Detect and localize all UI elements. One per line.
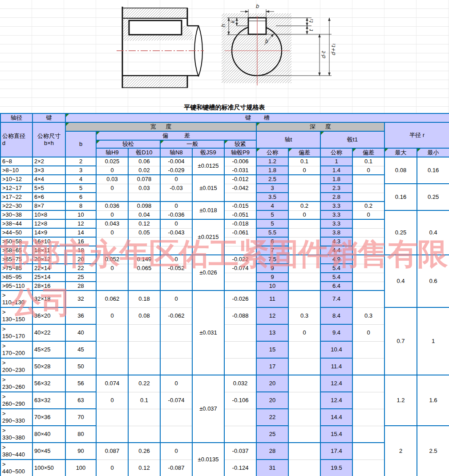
cell-bxh: 40×22 — [32, 324, 65, 341]
table-row: >440~500100×5010000.12-0.087-0.1243119.5 — [0, 460, 449, 476]
cell-t-nominal: 6 — [256, 237, 288, 246]
cell-shaft-h9: 0 — [96, 166, 128, 175]
cell-hub-d10: 0.03 — [128, 184, 160, 193]
cell-t-nominal: 20 — [256, 392, 288, 409]
cell-shaft-n8 — [160, 237, 192, 246]
cell-t-deviation — [288, 426, 320, 443]
cell-shaft-hub-p9 — [224, 273, 256, 282]
table-row: >38~4412×8120.0430.120±0.0215-0.01853.3 — [0, 219, 449, 228]
cell-bxh: 36×20 — [32, 307, 65, 324]
cell-diameter-range: >85~95 — [0, 273, 32, 282]
table-row: >170~20045×25451510.4 — [0, 341, 449, 358]
cell-t1-nominal: 3.3 — [320, 219, 352, 228]
table-row: >110~13032×18320.0620.180±0.031-0.026117… — [0, 290, 449, 307]
header-hub-t1: 毂t1 — [320, 131, 384, 148]
cell-t1-deviation: 0 — [352, 324, 384, 341]
cell-t-nominal: 20 — [256, 375, 288, 392]
cell-t-deviation: 0 — [288, 166, 320, 175]
cell-bxh: 45×25 — [32, 341, 65, 358]
cell-t1-nominal: 4.3 — [320, 237, 352, 246]
cell-shaft-h9: 0 — [96, 460, 128, 476]
cell-t1-nominal: 3.8 — [320, 228, 352, 237]
cell-bxh: 50×28 — [32, 358, 65, 375]
cell-shaft-n8 — [160, 273, 192, 282]
cell-t1-deviation — [352, 219, 384, 228]
cell-shaft-hub-p9: -0.006 — [224, 157, 256, 166]
cell-shaft-h9: 0 — [96, 228, 128, 237]
cell-shaft-n8: -0.043 — [160, 228, 192, 237]
cell-shaft-h9: 0.036 — [96, 202, 128, 210]
cell-t-nominal: 3 — [256, 184, 288, 193]
cell-t1-deviation: 0.1 — [352, 157, 384, 166]
cell-hub-js9: ±0.0215 — [192, 219, 224, 255]
cell-bxh: 56×32 — [32, 375, 65, 392]
table-row: >150~17040×22401309.40 — [0, 324, 449, 341]
cell-t-deviation — [288, 375, 320, 392]
cell-hub-d10: 0.12 — [128, 460, 160, 476]
cell-hub-d10: 0.149 — [128, 255, 160, 264]
cell-shaft-hub-p9 — [224, 358, 256, 375]
cell-hub-d10 — [128, 246, 160, 255]
cell-t-nominal: 5.5 — [256, 228, 288, 237]
dim-label-t1: t₁ — [308, 19, 314, 23]
cell-shaft-h9 — [96, 193, 128, 202]
cell-t1-deviation — [352, 184, 384, 193]
cell-diameter-range: >22~30 — [0, 202, 32, 210]
table-row: >17~226×663.52.8 — [0, 193, 449, 202]
cell-t-nominal: 7.5 — [256, 255, 288, 264]
cell-t-nominal: 13 — [256, 324, 288, 341]
cell-t-deviation — [288, 290, 320, 307]
cell-t1-nominal: 17.4 — [320, 443, 352, 460]
cell-hub-d10: 0.04 — [128, 210, 160, 219]
table-row: >50~5816×101664.3 — [0, 237, 449, 246]
cell-t1-nominal: 2.8 — [320, 193, 352, 202]
cell-bxh: 18×11 — [32, 246, 65, 255]
technical-drawing: b h k t₁ t d d-t d+t₁ — [111, 0, 338, 102]
cell-b: 20 — [65, 255, 96, 264]
cell-radius-min: 1.6 — [417, 375, 449, 426]
cell-diameter-range: >130~150 — [0, 307, 32, 324]
cell-bxh: 28×16 — [32, 282, 65, 290]
cell-t-nominal: 5 — [256, 219, 288, 228]
cell-shaft-n8: -0.004 — [160, 157, 192, 166]
cell-shaft-h9 — [96, 273, 128, 282]
cell-bxh: 6×6 — [32, 193, 65, 202]
cell-t-deviation — [288, 392, 320, 409]
dim-label-b: b — [255, 3, 259, 9]
cell-radius-min: 2.5 — [417, 426, 449, 476]
cell-diameter-range: >8~10 — [0, 166, 32, 175]
cell-bxh: 90×45 — [32, 443, 65, 460]
cell-bxh: 10×8 — [32, 210, 65, 219]
cell-hub-d10: 0.098 — [128, 202, 160, 210]
cell-diameter-range: >230~260 — [0, 375, 32, 392]
cell-shaft-n8 — [160, 193, 192, 202]
cell-shaft-n8: 0 — [160, 219, 192, 228]
cell-t-deviation — [288, 175, 320, 184]
cell-b: 4 — [65, 175, 96, 184]
table-row: >380~44090×45900.0870.260±0.0135-0.03728… — [0, 443, 449, 460]
cell-b: 28 — [65, 282, 96, 290]
cell-t1-deviation — [352, 375, 384, 392]
cell-t-deviation: 0.3 — [288, 307, 320, 324]
cell-shaft-hub-p9 — [224, 237, 256, 246]
cell-shaft-hub-p9 — [224, 282, 256, 290]
hub-bottom-hatch — [123, 77, 188, 88]
cell-shaft-n8: -0.052 — [160, 264, 192, 273]
header-loose-fit: 较松 — [96, 140, 160, 148]
cell-hub-js9: ±0.031 — [192, 290, 224, 375]
dim-label-t: t — [308, 28, 314, 32]
cell-diameter-range: >44~50 — [0, 228, 32, 237]
cell-t-nominal: 15 — [256, 341, 288, 358]
cell-t-deviation: 0 — [288, 324, 320, 341]
cell-shaft-n8: 0 — [160, 255, 192, 264]
cell-shaft-n8: -0.029 — [160, 166, 192, 175]
cell-shaft-hub-p9: -0.124 — [224, 460, 256, 476]
cell-t1-nominal: 10.4 — [320, 341, 352, 358]
cell-radius-max: 2 — [384, 426, 417, 476]
cell-shaft-h9 — [96, 358, 128, 375]
cell-hub-js9: ±0.0125 — [192, 157, 224, 175]
cell-t1-nominal: 8.4 — [320, 307, 352, 324]
cell-t1-deviation — [352, 175, 384, 184]
cell-diameter-range: >12~17 — [0, 184, 32, 193]
cell-t1-nominal: 6.4 — [320, 282, 352, 290]
